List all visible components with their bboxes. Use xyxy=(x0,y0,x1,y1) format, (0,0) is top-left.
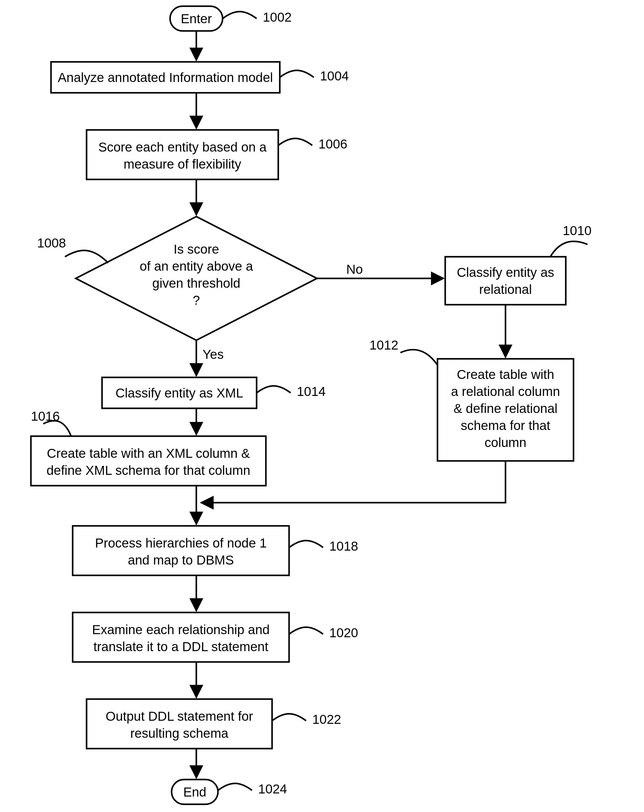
ref-1012: 1012 xyxy=(370,338,398,352)
ref-1018: 1018 xyxy=(329,539,358,553)
terminator-enter-text: Enter xyxy=(181,11,212,26)
ref-1004: 1004 xyxy=(320,69,349,83)
create-rel-line1: Create table with xyxy=(457,367,554,382)
ref-1022: 1022 xyxy=(312,712,341,727)
ref-1010: 1010 xyxy=(563,223,591,238)
ref-1016: 1016 xyxy=(31,409,60,423)
decision-threshold: Is score of an entity above a given thre… xyxy=(76,217,317,340)
process-score-line2: measure of flexibility xyxy=(124,157,241,171)
decision-line4: ? xyxy=(193,293,200,307)
examine-line2: translate it to a DDL statement xyxy=(93,640,268,654)
ref-1006: 1006 xyxy=(318,137,347,151)
examine-line1: Examine each relationship and xyxy=(92,623,269,637)
terminator-end-text: End xyxy=(183,785,207,799)
process-hier-line1: Process hierarchies of node 1 xyxy=(95,536,267,550)
svg-rect-9 xyxy=(73,612,289,662)
decision-line3: given threshold xyxy=(152,276,241,290)
svg-rect-6 xyxy=(31,436,266,485)
classify-rel-line2: relational xyxy=(479,282,532,297)
process-examine: Examine each relationship and translate … xyxy=(73,612,289,662)
ref-1008: 1008 xyxy=(37,236,66,250)
svg-rect-2 xyxy=(87,130,278,179)
output-line1: Output DDL statement for xyxy=(106,709,253,723)
decision-line2: of an entity above a xyxy=(140,259,253,273)
ref-1024: 1024 xyxy=(258,782,287,796)
create-rel-line2: a relational column xyxy=(451,384,560,399)
ref-1014: 1014 xyxy=(297,384,326,399)
classify-xml-line1: Classify entity as XML xyxy=(115,386,243,400)
process-create-xml: Create table with an XML column & define… xyxy=(31,436,266,485)
label-yes: Yes xyxy=(202,347,224,362)
svg-rect-8 xyxy=(73,526,289,575)
create-rel-line3: & define relational xyxy=(454,401,557,416)
output-line2: resulting schema xyxy=(130,726,228,740)
terminator-enter: Enter xyxy=(170,6,222,31)
process-hier-line2: and map to DBMS xyxy=(128,553,234,567)
create-xml-line2: define XML schema for that column xyxy=(46,463,250,478)
process-hierarchies: Process hierarchies of node 1 and map to… xyxy=(73,526,289,575)
process-score: Score each entity based on a measure of … xyxy=(87,130,278,179)
terminator-end: End xyxy=(172,780,218,804)
create-xml-line1: Create table with an XML column & xyxy=(47,446,250,461)
process-classify-relational: Classify entity as relational xyxy=(445,257,566,305)
svg-rect-4 xyxy=(445,257,566,305)
create-rel-line5: column xyxy=(484,435,526,450)
process-create-relational: Create table with a relational column & … xyxy=(437,359,574,461)
process-analyze: Analyze annotated Information model xyxy=(51,62,280,93)
process-classify-xml: Classify entity as XML xyxy=(102,377,257,408)
svg-rect-10 xyxy=(87,699,272,749)
create-rel-line4: schema for that xyxy=(461,418,550,433)
label-no: No xyxy=(346,262,363,276)
process-analyze-line1: Analyze annotated Information model xyxy=(58,70,273,85)
ref-1020: 1020 xyxy=(329,626,358,640)
decision-line1: Is score xyxy=(174,242,219,256)
process-score-line1: Score each entity based on a xyxy=(98,140,267,154)
process-output: Output DDL statement for resulting schem… xyxy=(87,699,272,749)
ref-1002: 1002 xyxy=(263,10,292,24)
classify-rel-line1: Classify entity as xyxy=(457,265,554,279)
